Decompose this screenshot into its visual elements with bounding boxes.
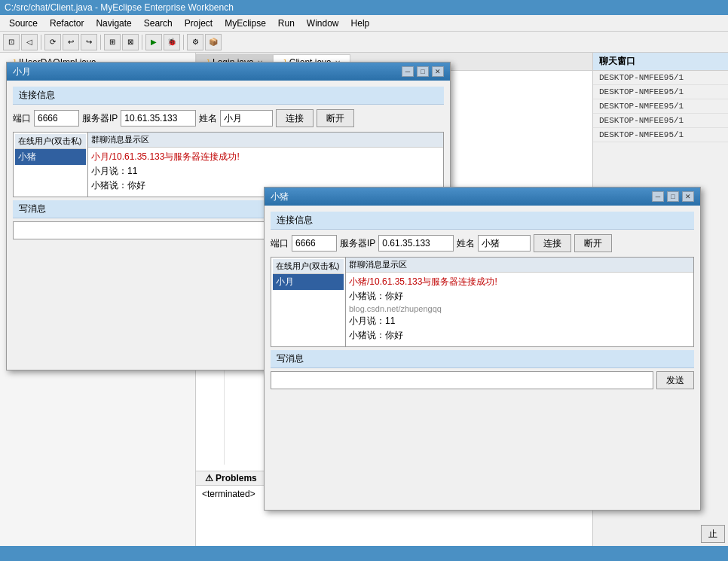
menu-help[interactable]: Help bbox=[345, 17, 376, 30]
tab-problems[interactable]: ⚠ Problems bbox=[196, 471, 267, 485]
xiaozhu-section: 连接信息 bbox=[271, 212, 694, 230]
xiaozhu-maximize[interactable]: □ bbox=[667, 191, 679, 202]
xiaozhu-title-bar: 小猪 ─ □ ✕ bbox=[265, 188, 700, 206]
status-bar bbox=[0, 546, 728, 561]
xiaoyu-section: 连接信息 bbox=[13, 87, 444, 105]
problems-label: Problems bbox=[216, 473, 257, 483]
toolbar-btn-7[interactable]: ⊠ bbox=[122, 34, 139, 50]
toolbar-btn-4[interactable]: ↩ bbox=[63, 34, 79, 50]
chat-list-item: DESKTOP-NMFEE95/1 bbox=[593, 71, 728, 85]
xiaozhu-dialog-controls: ─ □ ✕ bbox=[652, 191, 694, 202]
xiaoyu-title-bar: 小月 ─ □ ✕ bbox=[7, 63, 450, 81]
xiaozhu-name-label: 姓名 bbox=[457, 237, 475, 250]
console-text: <terminated> bbox=[202, 489, 255, 499]
xiaozhu-port-label: 端口 bbox=[271, 237, 289, 250]
xiaoyu-title: 小月 bbox=[13, 66, 31, 78]
xiaoyu-disconnect-btn[interactable]: 断开 bbox=[317, 109, 354, 127]
xiaoyu-maximize[interactable]: □ bbox=[417, 66, 429, 77]
toolbar-btn-6[interactable]: ⊞ bbox=[104, 34, 121, 50]
xiaozhu-name-input[interactable] bbox=[478, 235, 531, 252]
xiaozhu-send-btn[interactable]: 发送 bbox=[656, 371, 694, 389]
toolbar-btn-2[interactable]: ◁ bbox=[21, 34, 38, 50]
xiaozhu-msg-2: 小月说：11 bbox=[349, 315, 690, 328]
xiaoyu-close[interactable]: ✕ bbox=[432, 66, 444, 77]
xiaoyu-port-label: 端口 bbox=[13, 112, 31, 125]
toolbar-sep-2 bbox=[100, 35, 101, 50]
xiaoyu-form-row: 端口 服务器IP 姓名 连接 断开 bbox=[13, 109, 444, 127]
xiaozhu-form-row: 端口 服务器IP 姓名 连接 断开 bbox=[271, 234, 694, 252]
xiaozhu-send-area: 写消息 发送 bbox=[271, 350, 694, 389]
xiaozhu-dialog: 小猪 ─ □ ✕ 连接信息 端口 服务器IP 姓名 连接 断开 在线用户(双击私… bbox=[264, 187, 701, 511]
xiaoyu-server-input[interactable] bbox=[121, 110, 196, 127]
xiaozhu-send-input[interactable] bbox=[271, 371, 653, 389]
xiaoyu-user-list-title: 在线用户(双击私) bbox=[15, 134, 86, 149]
toolbar-btn-debug[interactable]: 🐞 bbox=[164, 34, 180, 50]
menu-source[interactable]: Source bbox=[3, 17, 44, 30]
xiaoyu-user-item-0[interactable]: 小猪 bbox=[15, 149, 86, 165]
xiaozhu-minimize[interactable]: ─ bbox=[652, 191, 664, 202]
chat-list-item: DESKTOP-NMFEE95/1 bbox=[593, 99, 728, 114]
xiaozhu-body: 连接信息 端口 服务器IP 姓名 连接 断开 在线用户(双击私) 小月 群聊消息… bbox=[265, 206, 700, 395]
xiaoyu-chat-display-title: 群聊消息显示区 bbox=[88, 133, 443, 148]
xiaoyu-user-list: 在线用户(双击私) 小猪 bbox=[13, 132, 88, 197]
xiaozhu-close[interactable]: ✕ bbox=[682, 191, 694, 202]
xiaoyu-name-input[interactable] bbox=[220, 110, 273, 127]
dialog-controls: ─ □ ✕ bbox=[402, 66, 444, 77]
xiaozhu-port-input[interactable] bbox=[292, 235, 337, 252]
xiaozhu-msg-1: 小猪说：你好 bbox=[349, 290, 690, 303]
xiaozhu-msg-blog: blog.csdn.net/zhupengqq bbox=[349, 304, 690, 313]
xiaoyu-name-label: 姓名 bbox=[199, 112, 217, 125]
xiaoyu-msg-1: 小月说：11 bbox=[91, 165, 440, 178]
toolbar-sep-1 bbox=[41, 35, 41, 50]
xiaoyu-connect-btn[interactable]: 连接 bbox=[276, 109, 314, 127]
xiaozhu-send-title: 写消息 bbox=[271, 350, 694, 368]
toolbar-btn-1[interactable]: ⊡ bbox=[3, 34, 20, 50]
toolbar-btn-3[interactable]: ⟳ bbox=[44, 34, 61, 50]
xiaoyu-minimize[interactable]: ─ bbox=[402, 66, 414, 77]
title-text: C:/src/chat/Client.java - MyEclipse Ente… bbox=[5, 2, 234, 13]
xiaozhu-user-list: 在线用户(双击私) 小月 bbox=[271, 257, 346, 347]
chat-list: DESKTOP-NMFEE95/1DESKTOP-NMFEE95/1DESKTO… bbox=[593, 71, 728, 142]
toolbar-sep-3 bbox=[142, 35, 142, 50]
title-bar: C:/src/chat/Client.java - MyEclipse Ente… bbox=[0, 0, 728, 15]
xiaozhu-msg-0: 小猪/10.61.35.133与服务器连接成功! bbox=[349, 276, 690, 288]
menu-myeclipse[interactable]: MyEclipse bbox=[219, 17, 272, 30]
menu-project[interactable]: Project bbox=[179, 17, 219, 30]
menu-refactor[interactable]: Refactor bbox=[44, 17, 90, 30]
chat-list-item: DESKTOP-NMFEE95/1 bbox=[593, 128, 728, 142]
stop-button[interactable]: 止 bbox=[701, 525, 725, 543]
chat-window-title: 聊天窗口 bbox=[593, 53, 728, 71]
xiaozhu-chat-display: 群聊消息显示区 小猪/10.61.35.133与服务器连接成功! 小猪说：你好 … bbox=[346, 257, 694, 347]
toolbar-btn-run[interactable]: ▶ bbox=[145, 34, 162, 50]
chat-list-item: DESKTOP-NMFEE95/1 bbox=[593, 85, 728, 99]
menu-window[interactable]: Window bbox=[301, 17, 345, 30]
xiaozhu-msg-3: 小猪说：你好 bbox=[349, 329, 690, 342]
xiaozhu-user-list-title: 在线用户(双击私) bbox=[273, 259, 344, 274]
toolbar-btn-gear[interactable]: ⚙ bbox=[187, 34, 203, 50]
xiaoyu-msg-0: 小月/10.61.35.133与服务器连接成功! bbox=[91, 151, 440, 163]
menu-search[interactable]: Search bbox=[138, 17, 179, 30]
toolbar-sep-4 bbox=[183, 35, 184, 50]
xiaozhu-chat-display-title: 群聊消息显示区 bbox=[346, 258, 693, 273]
xiaoyu-server-label: 服务器IP bbox=[82, 112, 118, 125]
xiaoyu-port-input[interactable] bbox=[34, 110, 79, 127]
toolbar-btn-pkg[interactable]: 📦 bbox=[205, 34, 222, 50]
chat-list-item: DESKTOP-NMFEE95/1 bbox=[593, 114, 728, 128]
xiaozhu-send-row: 发送 bbox=[271, 371, 694, 389]
toolbar-btn-5[interactable]: ↪ bbox=[81, 34, 97, 50]
xiaozhu-disconnect-btn[interactable]: 断开 bbox=[574, 234, 612, 252]
toolbar: ⊡ ◁ ⟳ ↩ ↪ ⊞ ⊠ ▶ 🐞 ⚙ 📦 bbox=[0, 32, 728, 53]
problems-icon: ⚠ bbox=[205, 473, 213, 483]
xiaozhu-user-item-0[interactable]: 小月 bbox=[273, 274, 344, 290]
menu-bar: Source Refactor Navigate Search Project … bbox=[0, 15, 728, 32]
xiaozhu-connect-btn[interactable]: 连接 bbox=[534, 234, 571, 252]
xiaozhu-two-panel: 在线用户(双击私) 小月 群聊消息显示区 小猪/10.61.35.133与服务器… bbox=[271, 257, 694, 347]
xiaozhu-server-label: 服务器IP bbox=[340, 237, 375, 250]
menu-run[interactable]: Run bbox=[272, 17, 301, 30]
xiaozhu-server-input[interactable] bbox=[378, 235, 454, 252]
xiaozhu-title: 小猪 bbox=[271, 191, 289, 203]
menu-navigate[interactable]: Navigate bbox=[90, 17, 137, 30]
